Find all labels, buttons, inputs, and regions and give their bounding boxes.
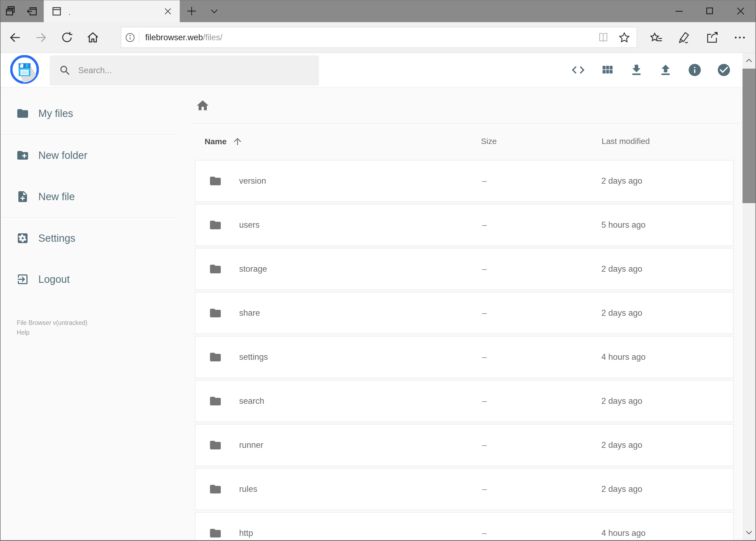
file-modified: 2 days ago <box>601 249 642 289</box>
raw-view-button[interactable] <box>564 53 593 87</box>
add-favorite-button[interactable] <box>616 29 633 46</box>
file-name: settings <box>239 336 268 377</box>
file-modified: 4 hours ago <box>601 513 645 541</box>
page-scrollbar[interactable] <box>742 53 755 540</box>
scrollbar-thumb[interactable] <box>742 69 755 203</box>
upload-icon <box>658 63 672 77</box>
filebrowser-header: Search... <box>0 53 756 87</box>
plus-icon <box>186 5 197 17</box>
forward-button[interactable] <box>28 22 54 53</box>
window-controls <box>664 0 756 22</box>
file-name: users <box>239 205 260 246</box>
sidebar-item-settings[interactable]: Settings <box>0 224 178 253</box>
browser-tab[interactable]: . <box>44 0 180 22</box>
floppy-logo-icon <box>10 55 39 84</box>
column-header-modified[interactable]: Last modified <box>602 137 650 146</box>
share-button[interactable] <box>700 24 724 51</box>
set-tabs-aside-icon <box>26 5 38 17</box>
url-text[interactable]: filebrowser.web/files/ <box>145 33 595 42</box>
refresh-icon <box>60 31 74 44</box>
tab-title: . <box>69 6 163 17</box>
tab-preview-button[interactable] <box>2 0 20 22</box>
column-header-name[interactable]: Name <box>205 136 243 147</box>
file-row[interactable]: rules – 2 days ago <box>195 468 734 510</box>
sidebar-divider <box>1 134 176 135</box>
info-button[interactable] <box>680 53 709 87</box>
info-icon <box>687 63 702 77</box>
file-row[interactable]: version – 2 days ago <box>195 160 734 202</box>
set-tabs-aside-button[interactable] <box>23 0 41 22</box>
sidebar-credits: File Browser v(untracked) Help <box>17 318 88 337</box>
file-name: storage <box>239 249 267 289</box>
sidebar: My files New folder New file Settings Lo… <box>0 87 178 541</box>
file-size: – <box>482 336 487 377</box>
minimize-button[interactable] <box>664 0 694 22</box>
file-modified: 2 days ago <box>601 425 642 466</box>
page-icon <box>51 5 63 17</box>
file-size: – <box>482 513 487 541</box>
folder-icon <box>209 483 222 496</box>
select-multiple-button[interactable] <box>709 53 738 87</box>
file-row[interactable]: http – 4 hours ago <box>195 512 734 541</box>
file-name: runner <box>239 425 263 466</box>
sidebar-item-new-file[interactable]: New file <box>0 182 178 212</box>
reading-view-button[interactable] <box>595 29 612 46</box>
download-icon <box>630 63 643 77</box>
version-text: File Browser v(untracked) <box>17 318 88 327</box>
file-name: search <box>239 380 264 422</box>
maximize-button[interactable] <box>694 0 725 22</box>
file-row[interactable]: search – 2 days ago <box>195 380 734 422</box>
address-bar[interactable]: filebrowser.web/files/ <box>121 27 637 48</box>
star-icon <box>618 31 631 44</box>
file-size: – <box>482 249 487 289</box>
new-tab-button[interactable] <box>180 0 203 22</box>
back-icon <box>8 31 22 45</box>
site-info-icon[interactable] <box>121 32 139 43</box>
search-input[interactable]: Search... <box>50 55 319 86</box>
file-size: – <box>482 205 487 246</box>
file-size: – <box>482 469 487 510</box>
tab-close-button[interactable] <box>163 6 173 16</box>
more-button[interactable] <box>728 24 751 51</box>
sidebar-item-logout[interactable]: Logout <box>0 265 178 294</box>
close-window-button[interactable] <box>725 0 756 22</box>
file-row[interactable]: storage – 2 days ago <box>195 248 734 290</box>
url-host: filebrowser.web <box>145 33 203 42</box>
tab-list-button[interactable] <box>203 0 225 22</box>
url-path: /files/ <box>203 33 222 42</box>
breadcrumb-divider <box>192 123 740 124</box>
file-row[interactable]: share – 2 days ago <box>195 292 734 334</box>
back-button[interactable] <box>2 22 28 53</box>
home-icon <box>86 31 100 45</box>
file-row[interactable]: settings – 4 hours ago <box>195 336 734 378</box>
help-link[interactable]: Help <box>17 327 88 337</box>
sidebar-item-new-folder[interactable]: New folder <box>0 141 178 170</box>
sidebar-item-my-files[interactable]: My files <box>0 99 178 128</box>
file-row[interactable]: runner – 2 days ago <box>195 424 734 466</box>
forward-icon <box>34 31 48 45</box>
breadcrumb-home-button[interactable] <box>193 96 212 115</box>
sort-ascending-icon <box>232 136 243 147</box>
folder-icon <box>209 219 222 232</box>
file-name: version <box>239 161 266 202</box>
folder-icon <box>209 527 222 540</box>
grid-view-icon <box>600 63 614 77</box>
folder-icon <box>209 350 222 363</box>
upload-button[interactable] <box>651 53 680 87</box>
web-note-button[interactable] <box>672 24 696 51</box>
file-name: share <box>239 292 260 333</box>
file-name: http <box>239 513 253 541</box>
favorites-hub-button[interactable] <box>645 24 668 51</box>
column-header-size[interactable]: Size <box>481 137 497 146</box>
refresh-button[interactable] <box>54 22 80 53</box>
grid-view-button[interactable] <box>593 53 622 87</box>
file-row[interactable]: users – 5 hours ago <box>195 204 734 246</box>
home-button[interactable] <box>80 22 106 53</box>
file-size: – <box>482 161 487 202</box>
filebrowser-logo[interactable] <box>10 55 39 84</box>
search-placeholder: Search... <box>78 66 112 75</box>
scroll-down-button[interactable] <box>742 525 755 540</box>
download-button[interactable] <box>622 53 651 87</box>
chevron-down-icon <box>744 528 754 537</box>
scroll-up-button[interactable] <box>742 53 755 69</box>
